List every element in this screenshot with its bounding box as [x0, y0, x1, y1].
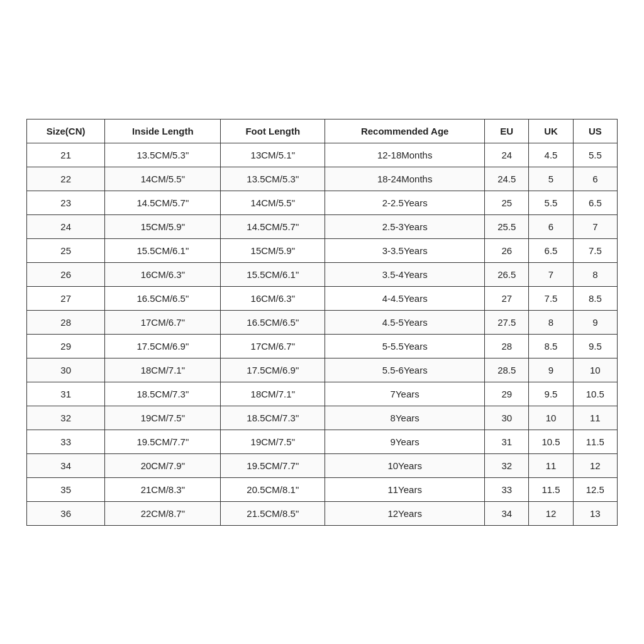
table-cell-r6-c0: 27	[27, 286, 105, 310]
table-cell-r6-c6: 8.5	[573, 286, 617, 310]
table-cell-r15-c0: 36	[27, 501, 105, 525]
table-cell-r4-c5: 6.5	[529, 238, 573, 262]
table-cell-r3-c0: 24	[27, 214, 105, 238]
table-cell-r14-c0: 35	[27, 477, 105, 501]
table-cell-r11-c3: 8Years	[325, 406, 485, 430]
table-cell-r5-c4: 26.5	[485, 262, 529, 286]
table-cell-r6-c4: 27	[485, 286, 529, 310]
table-cell-r10-c3: 7Years	[325, 382, 485, 406]
table-cell-r5-c6: 8	[573, 262, 617, 286]
table-cell-r4-c1: 15.5CM/6.1"	[105, 238, 221, 262]
table-cell-r9-c3: 5.5-6Years	[325, 358, 485, 382]
table-cell-r0-c4: 24	[485, 143, 529, 167]
page-container: Size(CN)Inside LengthFoot LengthRecommen…	[0, 0, 644, 644]
table-cell-r4-c0: 25	[27, 238, 105, 262]
table-cell-r7-c1: 17CM/6.7"	[105, 310, 221, 334]
table-cell-r4-c2: 15CM/5.9"	[221, 238, 325, 262]
table-cell-r7-c4: 27.5	[485, 310, 529, 334]
table-row: 2415CM/5.9"14.5CM/5.7"2.5-3Years25.567	[27, 214, 618, 238]
header-row: Size(CN)Inside LengthFoot LengthRecommen…	[27, 119, 618, 143]
table-header: Size(CN)Inside LengthFoot LengthRecommen…	[27, 119, 618, 143]
table-body: 2113.5CM/5.3"13CM/5.1"12-18Months244.55.…	[27, 143, 618, 525]
table-cell-r14-c3: 11Years	[325, 477, 485, 501]
table-cell-r0-c0: 21	[27, 143, 105, 167]
table-cell-r10-c2: 18CM/7.1"	[221, 382, 325, 406]
table-cell-r8-c4: 28	[485, 334, 529, 358]
table-cell-r1-c1: 14CM/5.5"	[105, 167, 221, 191]
table-row: 2214CM/5.5"13.5CM/5.3"18-24Months24.556	[27, 167, 618, 191]
table-cell-r1-c3: 18-24Months	[325, 167, 485, 191]
table-cell-r12-c5: 10.5	[529, 430, 573, 453]
size-chart-table: Size(CN)Inside LengthFoot LengthRecommen…	[26, 119, 618, 526]
table-row: 3622CM/8.7"21.5CM/8.5"12Years341213	[27, 501, 618, 525]
table-row: 3319.5CM/7.7"19CM/7.5"9Years3110.511.5	[27, 430, 618, 453]
table-row: 2716.5CM/6.5"16CM/6.3"4-4.5Years277.58.5	[27, 286, 618, 310]
table-cell-r0-c6: 5.5	[573, 143, 617, 167]
table-cell-r14-c6: 12.5	[573, 477, 617, 501]
table-cell-r13-c2: 19.5CM/7.7"	[221, 453, 325, 477]
table-cell-r9-c0: 30	[27, 358, 105, 382]
table-cell-r3-c2: 14.5CM/5.7"	[221, 214, 325, 238]
table-cell-r13-c5: 11	[529, 453, 573, 477]
table-cell-r2-c5: 5.5	[529, 191, 573, 214]
table-cell-r13-c4: 32	[485, 453, 529, 477]
table-cell-r3-c4: 25.5	[485, 214, 529, 238]
table-cell-r4-c6: 7.5	[573, 238, 617, 262]
table-cell-r13-c0: 34	[27, 453, 105, 477]
table-cell-r5-c5: 7	[529, 262, 573, 286]
table-cell-r6-c5: 7.5	[529, 286, 573, 310]
table-cell-r10-c6: 10.5	[573, 382, 617, 406]
table-cell-r13-c3: 10Years	[325, 453, 485, 477]
table-cell-r6-c2: 16CM/6.3"	[221, 286, 325, 310]
table-cell-r5-c2: 15.5CM/6.1"	[221, 262, 325, 286]
table-cell-r2-c4: 25	[485, 191, 529, 214]
column-header-3: Recommended Age	[325, 119, 485, 143]
table-cell-r0-c5: 4.5	[529, 143, 573, 167]
table-cell-r8-c5: 8.5	[529, 334, 573, 358]
table-cell-r11-c4: 30	[485, 406, 529, 430]
table-row: 2113.5CM/5.3"13CM/5.1"12-18Months244.55.…	[27, 143, 618, 167]
table-cell-r6-c3: 4-4.5Years	[325, 286, 485, 310]
table-row: 3219CM/7.5"18.5CM/7.3"8Years301011	[27, 406, 618, 430]
column-header-2: Foot Length	[221, 119, 325, 143]
table-cell-r10-c0: 31	[27, 382, 105, 406]
table-cell-r3-c1: 15CM/5.9"	[105, 214, 221, 238]
column-header-4: EU	[485, 119, 529, 143]
table-cell-r11-c1: 19CM/7.5"	[105, 406, 221, 430]
table-cell-r12-c6: 11.5	[573, 430, 617, 453]
table-cell-r2-c0: 23	[27, 191, 105, 214]
table-cell-r12-c4: 31	[485, 430, 529, 453]
column-header-1: Inside Length	[105, 119, 221, 143]
table-cell-r11-c6: 11	[573, 406, 617, 430]
table-cell-r12-c1: 19.5CM/7.7"	[105, 430, 221, 453]
table-cell-r2-c3: 2-2.5Years	[325, 191, 485, 214]
table-cell-r8-c1: 17.5CM/6.9"	[105, 334, 221, 358]
table-cell-r3-c3: 2.5-3Years	[325, 214, 485, 238]
table-cell-r1-c6: 6	[573, 167, 617, 191]
table-cell-r10-c5: 9.5	[529, 382, 573, 406]
table-cell-r11-c5: 10	[529, 406, 573, 430]
table-row: 3118.5CM/7.3"18CM/7.1"7Years299.510.5	[27, 382, 618, 406]
table-row: 2616CM/6.3"15.5CM/6.1"3.5-4Years26.578	[27, 262, 618, 286]
table-cell-r8-c2: 17CM/6.7"	[221, 334, 325, 358]
table-cell-r12-c0: 33	[27, 430, 105, 453]
table-row: 3420CM/7.9"19.5CM/7.7"10Years321112	[27, 453, 618, 477]
table-cell-r3-c5: 6	[529, 214, 573, 238]
table-cell-r15-c1: 22CM/8.7"	[105, 501, 221, 525]
table-cell-r1-c5: 5	[529, 167, 573, 191]
table-cell-r6-c1: 16.5CM/6.5"	[105, 286, 221, 310]
table-cell-r13-c6: 12	[573, 453, 617, 477]
table-row: 3521CM/8.3"20.5CM/8.1"11Years3311.512.5	[27, 477, 618, 501]
table-cell-r1-c2: 13.5CM/5.3"	[221, 167, 325, 191]
table-cell-r10-c1: 18.5CM/7.3"	[105, 382, 221, 406]
table-cell-r14-c1: 21CM/8.3"	[105, 477, 221, 501]
table-row: 2817CM/6.7"16.5CM/6.5"4.5-5Years27.589	[27, 310, 618, 334]
column-header-5: UK	[529, 119, 573, 143]
table-cell-r2-c2: 14CM/5.5"	[221, 191, 325, 214]
table-row: 2917.5CM/6.9"17CM/6.7"5-5.5Years288.59.5	[27, 334, 618, 358]
table-cell-r14-c2: 20.5CM/8.1"	[221, 477, 325, 501]
table-wrapper: Size(CN)Inside LengthFoot LengthRecommen…	[14, 106, 630, 538]
table-cell-r0-c3: 12-18Months	[325, 143, 485, 167]
table-cell-r8-c6: 9.5	[573, 334, 617, 358]
table-cell-r7-c5: 8	[529, 310, 573, 334]
